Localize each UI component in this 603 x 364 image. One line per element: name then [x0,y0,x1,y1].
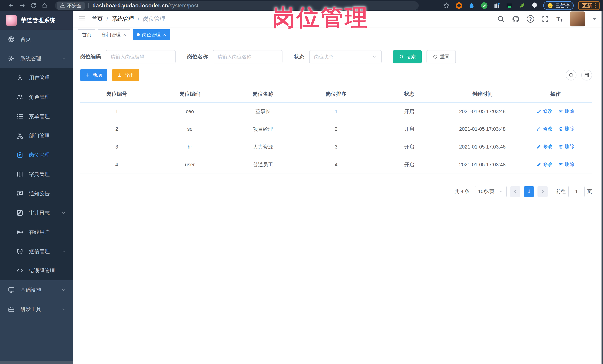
extensions-puzzle-icon[interactable] [531,1,539,10]
font-size-icon[interactable]: TT [557,16,563,22]
column-settings-button[interactable] [581,70,592,80]
sidebar-item-users[interactable]: 用户管理 [0,68,73,88]
trash-icon [558,162,563,167]
sidebar-item-notices[interactable]: 通知公告 [0,184,73,203]
url-host[interactable]: dashboard.yudao.iocoder.cn [93,3,168,9]
sidebar-item-error-codes[interactable]: 错误码管理 [0,261,73,280]
sidebar-item-departments[interactable]: 部门管理 [0,126,73,145]
post-code-input[interactable] [106,50,175,63]
sidebar-item-roles[interactable]: 角色管理 [0,88,73,107]
emoji-face-icon [547,3,553,9]
sidebar-item-dev-tools[interactable]: 研发工具 [0,300,73,319]
status-label: 状态 [294,53,304,60]
hamburger-icon[interactable] [78,15,86,23]
sidebar-item-dictionary[interactable]: 字典管理 [0,165,73,184]
filter-status: 状态 岗位状态 [294,50,382,63]
sidebar-item-sms[interactable]: 短信管理 [0,242,73,261]
close-icon[interactable]: × [163,32,166,38]
tab-posts[interactable]: 岗位管理 × [133,29,170,40]
browser-update-button[interactable]: 更新 [578,1,600,10]
sidebar-item-system[interactable]: 系统管理 [0,49,73,68]
extension-columns-icon[interactable] [493,1,501,10]
edit-square-icon [16,209,23,216]
home-icon[interactable] [39,0,50,11]
caret-down-icon[interactable] [593,18,596,20]
sidebar-item-audit-log[interactable]: 审计日志 [0,203,73,222]
extension-orange-icon[interactable] [455,1,463,10]
fullscreen-icon[interactable] [542,15,549,23]
bookmark-star-icon[interactable] [442,1,451,10]
refresh-table-button[interactable] [566,70,577,80]
delete-link[interactable]: 删除 [558,161,574,168]
sidebar-item-online-users[interactable]: 在线用户 [0,222,73,242]
breadcrumb-system[interactable]: 系统管理 [112,15,134,23]
breadcrumb-home[interactable]: 首页 [92,15,103,23]
reset-button[interactable]: 重置 [427,50,456,63]
chevron-down-icon [61,307,66,312]
table-toolbar: 新增 导出 [80,69,592,81]
export-button-label: 导出 [124,72,134,78]
code-icon [16,267,23,274]
screen: 不安全 dashboard.yudao.iocoder.cn /system/p… [0,0,603,364]
help-icon[interactable]: ? [527,15,534,23]
cell-post-name: 董事长 [226,102,300,120]
forward-icon[interactable] [17,0,28,11]
sidebar-item-posts[interactable]: 岗位管理 [0,145,73,165]
status-select[interactable]: 岗位状态 [309,50,382,63]
window-scrollbar[interactable] [602,11,603,364]
url-path[interactable]: /system/post [168,3,198,9]
delete-link[interactable]: 删除 [558,126,574,132]
edit-link[interactable]: 修改 [536,161,553,168]
page-number-current[interactable]: 1 [524,186,534,197]
pencil-icon [536,162,541,167]
extension-check-icon[interactable] [480,1,488,10]
active-tab-dot [137,33,140,36]
export-button[interactable]: 导出 [112,69,139,81]
extension-card-icon[interactable] [505,1,513,10]
sidebar-item-home[interactable]: 首页 [0,30,73,49]
prev-page-button[interactable] [510,186,521,197]
pagination: 共 4 条 10条/页 1 前往 页 [80,186,592,197]
edit-link[interactable]: 修改 [536,108,553,114]
delete-link[interactable]: 删除 [558,108,574,114]
next-page-button[interactable] [537,186,548,197]
address-divider [88,3,89,8]
sidebar-item-infrastructure[interactable]: 基础设施 [0,280,73,300]
reset-button-label: 重置 [440,54,450,60]
github-icon[interactable] [512,15,519,23]
cell-post-code: ceo [153,102,226,120]
logo-bar[interactable]: 芋道管理系统 [0,11,73,30]
extension-leaf-icon[interactable] [518,1,526,10]
cell-post-sort: 1 [300,102,373,120]
avatar[interactable] [570,11,585,26]
security-label: 不安全 [67,2,82,9]
cell-post-status: 开启 [373,120,446,138]
paused-extension-badge[interactable]: 已暂停 [543,1,574,10]
list-icon [16,113,23,120]
page-size-select[interactable]: 10条/页 [475,186,507,197]
browser-menu-icon[interactable] [595,3,596,8]
edit-link[interactable]: 修改 [536,126,553,132]
cell-post-sort: 4 [300,156,373,174]
security-chip[interactable]: 不安全 [57,2,85,10]
extension-drop-icon[interactable] [467,1,476,10]
filter-post-code: 岗位编码 [80,50,175,63]
sidebar-item-label: 通知公告 [29,190,50,197]
search-icon[interactable] [497,15,504,23]
user-icon [16,74,23,81]
edit-link[interactable]: 修改 [536,143,553,150]
sidebar-item-menus[interactable]: 菜单管理 [0,107,73,126]
close-icon[interactable]: × [123,32,126,38]
tab-home[interactable]: 首页 [78,29,95,40]
reload-icon[interactable] [28,0,39,11]
add-button[interactable]: 新增 [80,69,107,81]
goto-page-input[interactable] [568,186,585,197]
tab-departments[interactable]: 部门管理 × [98,29,130,40]
browser-right-tools: 已暂停 更新 [442,1,600,10]
delete-link[interactable]: 删除 [558,143,574,150]
sidebar-submenu-system: 用户管理 角色管理 菜单管理 部门管理 岗位管理 [0,68,73,280]
update-button-label: 更新 [582,2,592,9]
post-name-input[interactable] [213,50,282,63]
search-button[interactable]: 搜索 [393,50,422,63]
back-icon[interactable] [6,0,17,11]
